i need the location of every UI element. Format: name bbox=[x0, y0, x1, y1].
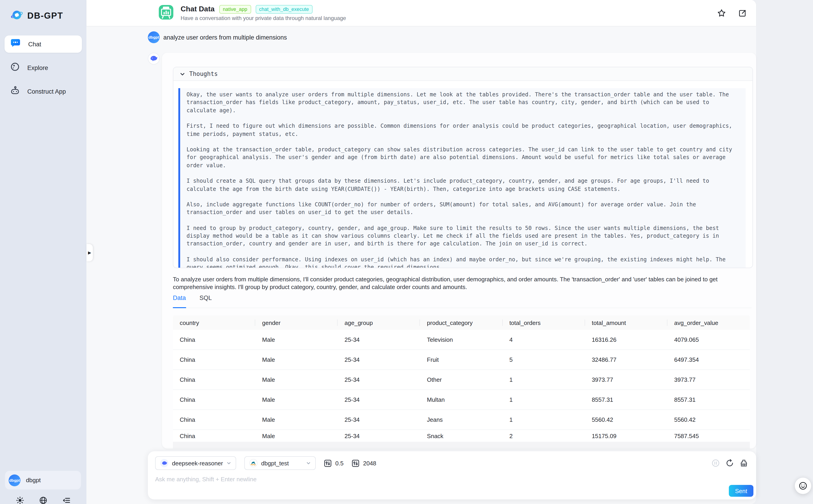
table-cell: 25-34 bbox=[338, 390, 420, 409]
table-row: ChinaMale25-34Fruit532486.776497.354 bbox=[173, 350, 750, 370]
favorite-star-icon[interactable] bbox=[717, 8, 726, 17]
table-cell: Male bbox=[255, 430, 338, 442]
thought-paragraph: I need to group by product_category, cou… bbox=[186, 224, 741, 248]
thought-paragraph: I should also consider performance. Usin… bbox=[186, 256, 741, 268]
user-avatar: dbgpt bbox=[9, 474, 20, 486]
user-message-avatar: dbgpt bbox=[148, 31, 160, 43]
table-cell: 15175.09 bbox=[585, 430, 667, 442]
table-cell: Male bbox=[255, 350, 338, 369]
column-header: country bbox=[173, 315, 255, 330]
pause-icon[interactable] bbox=[712, 459, 720, 467]
tab-sql[interactable]: SQL bbox=[199, 294, 212, 308]
table-cell: Multan bbox=[420, 390, 502, 409]
theme-sun-icon[interactable] bbox=[15, 495, 25, 504]
table-cell: 32486.77 bbox=[585, 350, 667, 369]
max-tokens-value: 2048 bbox=[363, 460, 376, 467]
table-cell: 25-34 bbox=[338, 430, 420, 442]
column-header: product_category bbox=[420, 315, 502, 330]
thought-paragraph: Looking at the transaction_order table, … bbox=[186, 146, 741, 170]
sliders-icon bbox=[324, 459, 332, 467]
table-cell: 3973.77 bbox=[585, 370, 667, 389]
composer: deepseek-reasoner MySQL dbgpt_test bbox=[148, 451, 756, 499]
svg-text:MySQL: MySQL bbox=[251, 464, 256, 466]
sliders-icon bbox=[352, 459, 359, 467]
thoughts-toggle[interactable]: Thoughts bbox=[173, 67, 753, 81]
table-scroll-strip[interactable] bbox=[173, 442, 750, 449]
model-select[interactable]: deepseek-reasoner bbox=[155, 456, 236, 470]
model-select-value: deepseek-reasoner bbox=[172, 460, 223, 467]
table-cell: 3973.77 bbox=[668, 370, 750, 389]
user-message-text: analyze user orders from multiple dimens… bbox=[163, 34, 287, 41]
chat-icon bbox=[10, 38, 21, 50]
table-cell: 5560.42 bbox=[585, 410, 667, 429]
table-cell: China bbox=[173, 410, 255, 429]
table-cell: 8557.31 bbox=[668, 390, 750, 409]
clear-brush-icon[interactable] bbox=[740, 459, 748, 467]
sidebar: DB-GPT Chat bbox=[0, 0, 86, 504]
table-body: ChinaMale25-34Television416316.264079.06… bbox=[173, 330, 750, 442]
table-cell: Male bbox=[255, 390, 338, 409]
database-select[interactable]: MySQL dbgpt_test bbox=[244, 456, 316, 470]
robot-icon bbox=[10, 85, 20, 97]
send-button[interactable]: Sent bbox=[729, 485, 753, 497]
page-title: Chat Data bbox=[180, 5, 215, 13]
sidebar-item-explore[interactable]: Explore bbox=[5, 59, 82, 76]
max-tokens-control[interactable]: 2048 bbox=[352, 459, 376, 467]
table-cell: 2 bbox=[502, 430, 585, 442]
table-cell: 16316.26 bbox=[585, 330, 667, 349]
caret-right-icon: ▶ bbox=[88, 250, 91, 255]
refresh-icon[interactable] bbox=[726, 459, 734, 467]
assistant-message: Thoughts Okay, the user wants to analyze… bbox=[148, 53, 756, 449]
table-cell: 4 bbox=[502, 330, 585, 349]
table-cell: China bbox=[173, 390, 255, 409]
chevron-down-icon bbox=[180, 71, 185, 77]
app-subtitle: Have a conversation with your private da… bbox=[180, 15, 346, 21]
tag-native-app: native_app bbox=[219, 5, 251, 13]
table-cell: Snack bbox=[420, 430, 502, 442]
tab-data[interactable]: Data bbox=[173, 294, 186, 308]
sidebar-item-chat[interactable]: Chat bbox=[5, 35, 82, 53]
feedback-smiley-button[interactable] bbox=[795, 478, 811, 494]
menu-fold-icon[interactable] bbox=[62, 495, 72, 504]
user-name: dbgpt bbox=[26, 477, 41, 484]
column-header: avg_order_value bbox=[668, 315, 750, 330]
language-globe-icon[interactable] bbox=[38, 495, 48, 504]
table-cell: 8557.31 bbox=[585, 390, 667, 409]
table-cell: China bbox=[173, 350, 255, 369]
user-message: dbgpt analyze user orders from multiple … bbox=[148, 31, 756, 43]
thought-paragraph: First, I need to figure out which dimens… bbox=[186, 122, 741, 138]
table-row: ChinaMale25-34Multan18557.318557.31 bbox=[173, 390, 750, 410]
table-cell: China bbox=[173, 430, 255, 442]
app-logo: DB-GPT bbox=[0, 0, 86, 24]
user-profile[interactable]: dbgpt dbgpt bbox=[5, 471, 81, 489]
column-header: gender bbox=[255, 315, 338, 330]
table-cell: 1 bbox=[502, 390, 585, 409]
table-cell: Male bbox=[255, 410, 338, 429]
share-export-icon[interactable] bbox=[738, 8, 747, 17]
table-row: ChinaMale25-34Snack215175.097587.545 bbox=[173, 430, 750, 442]
chat-input[interactable] bbox=[155, 476, 749, 483]
mysql-icon: MySQL bbox=[249, 459, 258, 467]
sidebar-item-construct-app[interactable]: Construct App bbox=[5, 83, 82, 100]
chat-data-app-icon bbox=[158, 4, 174, 22]
temperature-value: 0.5 bbox=[335, 460, 344, 467]
table-cell: Television bbox=[420, 330, 502, 349]
table-cell: 5560.42 bbox=[668, 410, 750, 429]
sidebar-expand-handle[interactable]: ▶ bbox=[86, 244, 93, 261]
sidebar-footer bbox=[0, 495, 86, 504]
logo-text: DB-GPT bbox=[27, 11, 63, 21]
table-cell: 7587.545 bbox=[668, 430, 750, 442]
sidebar-nav: Chat Explore bbox=[0, 35, 86, 100]
table-cell: China bbox=[173, 330, 255, 349]
thought-paragraph: Okay, the user wants to analyze user ord… bbox=[186, 91, 741, 115]
table-cell: 1 bbox=[502, 410, 585, 429]
database-select-value: dbgpt_test bbox=[261, 460, 289, 467]
temperature-control[interactable]: 0.5 bbox=[324, 459, 344, 467]
explore-icon bbox=[10, 62, 20, 74]
chevron-down-icon bbox=[306, 461, 311, 465]
column-header: age_group bbox=[338, 315, 420, 330]
table-cell: 25-34 bbox=[338, 410, 420, 429]
tag-chat-with-db-execute: chat_with_db_execute bbox=[256, 5, 313, 13]
table-cell: 5 bbox=[502, 350, 585, 369]
table-cell: 25-34 bbox=[338, 350, 420, 369]
